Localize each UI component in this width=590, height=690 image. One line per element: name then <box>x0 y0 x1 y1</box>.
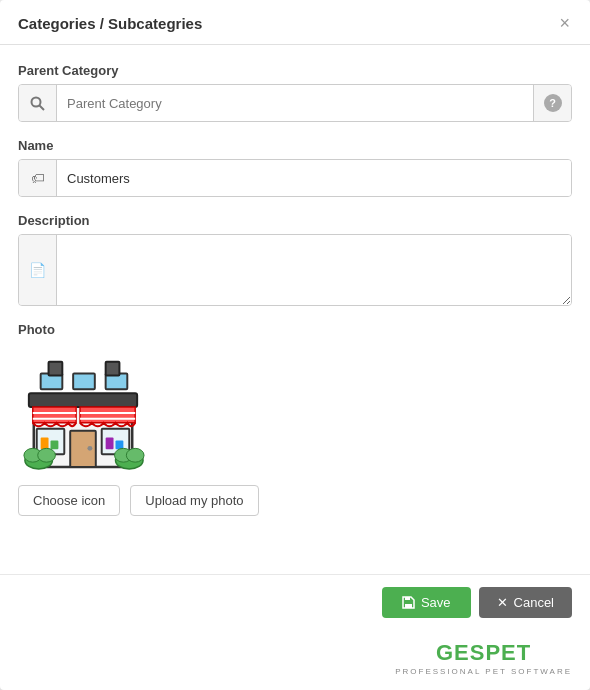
modal-header: Categories / Subcategries × <box>0 0 590 45</box>
choose-icon-button[interactable]: Choose icon <box>18 485 120 516</box>
svg-point-23 <box>38 448 56 462</box>
parent-category-input[interactable] <box>57 85 533 121</box>
close-button[interactable]: × <box>557 14 572 32</box>
modal-footer: Save ✕ Cancel <box>0 574 590 630</box>
modal-dialog: Categories / Subcategries × Parent Categ… <box>0 0 590 690</box>
parent-category-group: Parent Category ? <box>18 63 572 122</box>
upload-photo-button[interactable]: Upload my photo <box>130 485 258 516</box>
brand-subtitle: PROFESSIONAL PET SOFTWARE <box>395 667 572 676</box>
times-icon: ✕ <box>497 595 508 610</box>
modal-title: Categories / Subcategries <box>18 15 202 32</box>
tag-icon-box: 🏷 <box>19 160 57 196</box>
search-icon-box <box>19 85 57 121</box>
svg-point-26 <box>126 448 144 462</box>
save-label: Save <box>421 595 451 610</box>
help-icon: ? <box>544 94 562 112</box>
svg-rect-17 <box>51 440 59 449</box>
svg-point-14 <box>87 446 92 451</box>
description-input-wrapper: 📄 <box>18 234 572 306</box>
name-label: Name <box>18 138 572 153</box>
brand-container: GESPET PROFESSIONAL PET SOFTWARE <box>395 640 572 676</box>
save-icon <box>402 596 415 609</box>
search-icon <box>30 96 45 111</box>
svg-rect-8 <box>106 362 120 376</box>
name-group: Name 🏷 <box>18 138 572 197</box>
photo-preview <box>18 343 148 473</box>
description-group: Description 📄 <box>18 213 572 306</box>
svg-line-1 <box>40 105 45 110</box>
svg-point-0 <box>32 97 41 106</box>
photo-section: Photo <box>18 322 572 516</box>
svg-rect-5 <box>73 374 95 390</box>
name-input[interactable] <box>57 160 571 196</box>
cancel-label: Cancel <box>514 595 554 610</box>
save-button[interactable]: Save <box>382 587 471 618</box>
svg-rect-28 <box>405 597 410 600</box>
store-illustration <box>19 344 147 472</box>
branding-section: GESPET PROFESSIONAL PET SOFTWARE <box>0 630 590 690</box>
photo-label: Photo <box>18 322 572 337</box>
svg-rect-3 <box>29 393 137 407</box>
cancel-button[interactable]: ✕ Cancel <box>479 587 572 618</box>
svg-rect-7 <box>49 362 63 376</box>
help-button[interactable]: ? <box>533 85 571 121</box>
document-icon-box: 📄 <box>19 235 57 305</box>
svg-rect-16 <box>41 438 49 450</box>
modal-body: Parent Category ? Name 🏷 <box>0 45 590 574</box>
description-input[interactable] <box>57 235 571 305</box>
description-label: Description <box>18 213 572 228</box>
parent-category-label: Parent Category <box>18 63 572 78</box>
name-input-wrapper: 🏷 <box>18 159 572 197</box>
parent-category-input-wrapper: ? <box>18 84 572 122</box>
brand-logo: GESPET <box>395 640 572 666</box>
photo-buttons: Choose icon Upload my photo <box>18 485 572 516</box>
svg-rect-19 <box>106 438 114 450</box>
svg-rect-27 <box>405 604 412 608</box>
